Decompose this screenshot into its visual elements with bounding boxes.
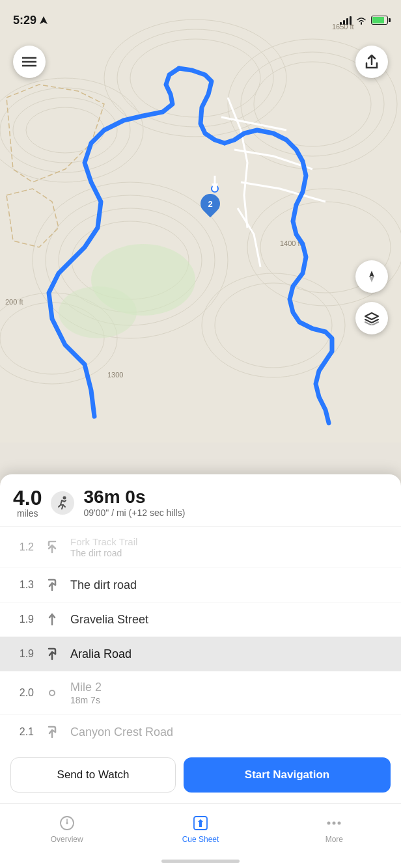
cue-item-4[interactable]: 1.9 Aralia Road [0,637,401,671]
status-bar: 5:29 [0,0,401,33]
cue-distance: 1.9 [13,648,34,660]
cue-icon-milestone [44,685,60,701]
cue-item-2[interactable]: 1.3 The dirt road [0,568,401,603]
cue-sheet-icon [191,814,210,832]
map-background[interactable]: 1650 ft 1400 ft 200 ft 1300 [0,0,401,442]
cue-name: Fork Track Trail [70,536,388,547]
cue-distance: 2.1 [13,726,34,738]
hamburger-icon [22,57,36,67]
cue-distance: 1.3 [13,579,34,591]
svg-point-45 [338,822,341,825]
svg-marker-30 [40,16,48,24]
distance-value: 4.0 [13,487,42,508]
share-icon [365,54,379,70]
svg-marker-34 [369,271,374,277]
location-button[interactable] [355,260,388,293]
cue-item-6[interactable]: 2.1 Canyon Crest Road [0,715,401,748]
cue-sub: The dirt road [70,548,388,558]
svg-point-36 [63,496,66,500]
distance-unit: miles [13,508,42,519]
cue-info: Mile 2 18m 7s [70,681,388,705]
cue-list[interactable]: 1.2 Fork Track Trail The dirt road 1.3 [0,527,401,748]
time-block: 36m 0s 09'00" / mi (+12 sec hills) [83,488,388,518]
more-icon [325,814,343,832]
tab-overview-label: Overview [51,835,83,844]
bottom-navigation: Overview Cue Sheet More [0,803,401,868]
cue-icon-right [44,724,60,740]
activity-icon [51,491,74,515]
layers-button[interactable] [355,302,388,334]
tab-overview[interactable]: Overview [0,809,133,849]
svg-rect-0 [0,0,401,442]
cue-info: Gravelia Street [70,613,388,627]
cue-item-3[interactable]: 1.9 Gravelia Street [0,603,401,637]
time-detail: 09'00" / mi (+12 sec hills) [83,508,388,518]
svg-point-37 [49,690,55,696]
status-icons [340,16,388,25]
waypoint-number: 2 [208,199,212,209]
signal-icon [340,16,352,25]
cue-name: The dirt road [70,578,388,592]
svg-point-43 [327,822,331,825]
svg-marker-35 [369,276,374,282]
overview-icon [58,814,76,832]
wifi-icon [355,16,367,25]
location-arrow-icon [39,16,48,25]
svg-text:1300: 1300 [107,371,123,379]
cue-distance: 1.2 [13,541,34,553]
tab-cue-sheet-label: Cue Sheet [182,835,219,844]
svg-point-22 [59,286,137,338]
cue-icon-right [44,646,60,662]
action-buttons: Send to Watch Start Navigation [0,748,401,803]
cue-item-5[interactable]: 2.0 Mile 2 18m 7s [0,671,401,715]
status-time: 5:29 [13,14,48,27]
tab-cue-sheet[interactable]: Cue Sheet [133,809,267,849]
cue-sub: 18m 7s [70,695,388,705]
cue-distance: 2.0 [13,687,34,699]
cue-distance: 1.9 [13,614,34,625]
panel-header: 4.0 miles 36m 0s 09'00" / mi (+12 sec hi… [0,474,401,527]
home-indicator [161,860,240,863]
battery-icon [371,16,388,25]
cue-info: Fork Track Trail The dirt road [70,536,388,558]
tab-more-label: More [325,835,343,844]
cue-icon-right [44,577,60,593]
share-button[interactable] [355,46,388,78]
runner-icon [55,496,70,510]
menu-button[interactable] [13,46,46,78]
send-to-watch-button[interactable]: Send to Watch [10,757,176,793]
cue-info: Aralia Road [70,647,388,661]
cue-icon-turn-left [44,539,60,555]
time-value: 36m 0s [83,488,388,506]
distance-block: 4.0 miles [13,487,42,519]
start-navigation-button[interactable]: Start Navigation [184,757,391,793]
cue-info: Canyon Crest Road [70,726,388,739]
cue-name: Mile 2 [70,681,388,694]
cue-icon-straight [44,612,60,627]
tab-more[interactable]: More [268,809,401,849]
cue-name: Canyon Crest Road [70,726,388,739]
cue-item-partial[interactable]: 1.2 Fork Track Trail The dirt road [0,527,401,568]
svg-text:200 ft: 200 ft [5,298,23,306]
svg-point-44 [333,822,336,825]
route-panel: 4.0 miles 36m 0s 09'00" / mi (+12 sec hi… [0,474,401,803]
svg-marker-42 [198,819,203,827]
compass-icon [365,269,379,284]
layers-icon [364,311,380,325]
cue-name: Aralia Road [70,647,388,661]
cue-name: Gravelia Street [70,613,388,627]
cue-info: The dirt road [70,578,388,592]
waypoint-marker: 2 [200,194,220,213]
